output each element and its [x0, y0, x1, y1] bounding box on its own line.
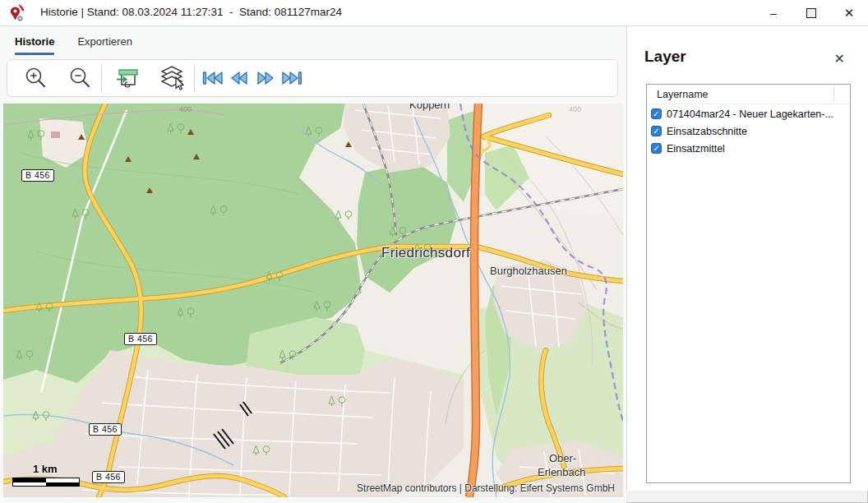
minimize-button[interactable]: – [755, 0, 792, 25]
layer-row[interactable]: ✓ 071404mar24 - Neuer Lagekarten-... [647, 106, 850, 122]
road-shield-b456: B 456 [21, 169, 54, 182]
scale-label: 1 km [33, 463, 58, 475]
nav-next-button[interactable] [254, 62, 277, 95]
layer-row[interactable]: ✓ Einsatzabschnitte [647, 123, 850, 139]
layer-checkbox[interactable]: ✓ [651, 126, 662, 136]
road-shield-b456: B 456 [124, 333, 157, 345]
zoom-in-button[interactable] [19, 62, 52, 95]
road-shield-b456: B 456 [92, 471, 125, 483]
select-layers-icon [159, 66, 187, 90]
town-label-friedrichsdorf: Friedrichsdorf [381, 245, 470, 261]
app-window: Historie | Stand: 08.03.2024 11:27:31 - … [0, 0, 868, 503]
minimize-icon: – [770, 7, 777, 20]
nav-previous-icon [229, 70, 250, 86]
scale-bar [12, 478, 80, 487]
layer-checkbox[interactable]: ✓ [651, 143, 662, 154]
select-layers-button[interactable] [155, 62, 191, 95]
tab-historie[interactable]: Historie [15, 35, 54, 55]
toolbar-separator [194, 64, 195, 92]
layer-name: Einsatzmittel [667, 143, 725, 155]
maximize-icon [806, 8, 816, 18]
map-canvas [3, 104, 623, 497]
layer-checkbox[interactable]: ✓ [651, 108, 662, 119]
zoom-out-button[interactable] [63, 62, 96, 95]
title-bar: Historie | Stand: 08.03.2024 11:27:31 - … [0, 0, 868, 26]
zoom-out-icon [68, 67, 91, 90]
nav-previous-button[interactable] [228, 62, 251, 95]
layer-list: Layername ✓ 071404mar24 - Neuer Lagekart… [646, 84, 851, 483]
nav-next-icon [255, 70, 276, 86]
contour-label: 400 [179, 105, 192, 113]
layer-name: Einsatzabschnitte [667, 126, 747, 137]
layer-list-header[interactable]: Layername [647, 85, 850, 104]
zoom-in-icon [24, 67, 47, 90]
road-shield-b456: B 456 [89, 423, 122, 436]
town-label-ober-erlenbach-1: Ober- [549, 452, 576, 464]
check-icon: ✓ [653, 109, 659, 118]
nav-last-button[interactable] [280, 62, 303, 95]
column-divider[interactable] [833, 86, 834, 102]
close-button[interactable]: ✕ [830, 0, 868, 25]
map-toolbar [7, 59, 618, 97]
layer-panel: Layer ✕ Layername ✓ 071404mar24 - Neuer … [626, 26, 868, 491]
close-icon: ✕ [834, 52, 845, 66]
map-attribution: StreetMap contributors | Darstellung: Ei… [357, 482, 615, 494]
map-viewport[interactable]: Köppern Friedrichsdorf Burgholzhausen Ob… [3, 104, 623, 497]
check-icon: ✓ [653, 144, 659, 153]
window-controls: – ✕ [755, 0, 868, 25]
check-icon: ✓ [653, 127, 659, 136]
column-header-layername: Layername [657, 89, 709, 100]
layer-row[interactable]: ✓ Einsatzmittel [647, 141, 850, 156]
tab-exportieren[interactable]: Exportieren [77, 35, 132, 55]
nav-first-button[interactable] [201, 62, 224, 95]
window-title: Historie | Stand: 08.03.2024 11:27:31 - … [40, 6, 342, 18]
apply-to-map-button[interactable] [110, 62, 145, 95]
maximize-button[interactable] [792, 0, 830, 25]
apply-to-map-icon [115, 67, 140, 90]
town-label-burgholzhausen: Burgholzhausen [490, 265, 567, 277]
layer-panel-title: Layer [644, 48, 686, 66]
main-pane: Historie Exportieren [0, 26, 626, 503]
town-label-ober-erlenbach-2: Erlenbach [538, 466, 586, 478]
layer-panel-close-button[interactable]: ✕ [834, 53, 845, 66]
contour-label: 400 [569, 105, 581, 113]
toolbar-separator [101, 64, 102, 92]
nav-first-icon [202, 70, 224, 86]
nav-last-icon [281, 70, 302, 86]
town-label-koppern: Köppern [409, 104, 450, 111]
app-logo-icon [7, 4, 25, 22]
close-icon: ✕ [844, 6, 855, 21]
layer-name: 071404mar24 - Neuer Lagekarten-... [667, 108, 833, 120]
tab-bar: Historie Exportieren [15, 35, 132, 55]
